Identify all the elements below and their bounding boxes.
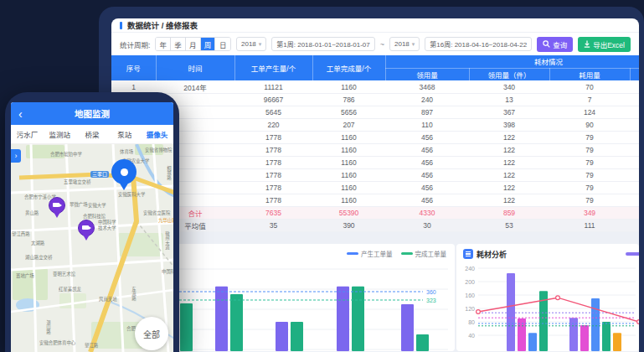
table-cell: 1 <box>111 80 156 93</box>
column-header: 序号 <box>111 55 156 80</box>
column-group-header: 耗材情况 <box>385 55 639 68</box>
period-option-月[interactable]: 月 <box>186 38 201 50</box>
table-row: 10177811604561227967 <box>111 194 639 206</box>
table-cell: 79 <box>549 156 630 168</box>
download-icon <box>584 40 590 48</box>
table-cell: 122 <box>469 156 549 168</box>
table-cell: 340 <box>469 80 549 93</box>
camera-pin[interactable] <box>78 220 95 242</box>
export-excel-button[interactable]: 导出Excel <box>578 37 631 52</box>
table-cell: 122 <box>469 168 549 181</box>
table-cell: 859 <box>469 206 549 219</box>
map-label: 亚明艺术馆 <box>53 272 75 277</box>
table-cell: 1778 <box>234 194 312 206</box>
map-label: 体育场 <box>120 149 133 154</box>
table-cell: 1778 <box>234 131 312 143</box>
phone-tab-桥梁[interactable]: 桥梁 <box>76 129 109 139</box>
table-cell: 456 <box>385 156 469 168</box>
consumable-chart-card: 耗材分析 2402001601208040 <box>456 244 639 351</box>
breadcrumb-accent-bar <box>120 22 122 29</box>
table-cell: 122 <box>469 143 549 156</box>
phone-tab-监测站[interactable]: 监测站 <box>44 129 76 139</box>
map-view[interactable]: 合肥市琥珀中学体育场安徽农业大学安徽省博物院桐城路五里墩立交桥合肥市宁溪小学翠微… <box>11 144 173 352</box>
period-option-年[interactable]: 年 <box>156 38 171 50</box>
table-cell: 79 <box>549 181 630 194</box>
svg-text:160: 160 <box>465 292 475 298</box>
table-row: 8177811604561227967 <box>111 168 639 181</box>
column-header: 时间 <box>156 55 234 80</box>
table-cell: 67 <box>630 194 639 206</box>
phone-tab-摄像头[interactable]: 摄像头 <box>141 129 173 139</box>
svg-text:80: 80 <box>468 318 475 324</box>
column-subheader: 领用量（件） <box>469 68 549 80</box>
table-cell: 19 <box>630 118 639 131</box>
svg-text:240: 240 <box>465 265 475 271</box>
svg-text:323: 323 <box>426 297 436 303</box>
query-button[interactable]: 查询 <box>537 37 573 52</box>
table-cell: 1160 <box>312 194 385 206</box>
table-cell: 96667 <box>234 93 312 106</box>
table-cell: 5645 <box>234 106 312 118</box>
back-icon[interactable]: ‹ <box>18 108 23 120</box>
legend-item[interactable]: 产生工单量 <box>347 249 393 258</box>
table-cell: 124 <box>549 106 630 118</box>
phone-tab-污水厂[interactable]: 污水厂 <box>11 129 44 139</box>
table-cell: 390 <box>312 219 385 231</box>
period-option-周[interactable]: 周 <box>201 38 216 50</box>
map-label: 五里墩立交桥 <box>64 179 90 184</box>
table-row: 12014年1112111603468340702501 <box>111 80 639 93</box>
table-cell: 3468 <box>385 80 469 93</box>
column-header: 工单完成量/个 <box>312 55 385 80</box>
period-segmented-control[interactable]: 年季月周日 <box>155 37 231 51</box>
map-label: 安徽省立医院 <box>143 210 170 215</box>
start-year-select[interactable]: 2018▾ <box>236 37 266 51</box>
map-label: 安徽大学 <box>88 203 106 208</box>
table-cell: 1778 <box>234 168 312 181</box>
map-label: 技术大学 <box>98 225 116 230</box>
table-cell: 5656 <box>312 106 385 118</box>
phone-tab-bar: 污水厂监测站桥梁泵站摄像头 <box>11 125 173 144</box>
selected-location-pin[interactable] <box>111 159 137 193</box>
map-label: 九华山路 <box>158 218 173 223</box>
phone-tab-泵站[interactable]: 泵站 <box>108 129 141 139</box>
table-cell: 122 <box>469 181 549 194</box>
table-cell: 332 <box>630 206 639 219</box>
table-cell: 456 <box>385 194 469 206</box>
map-label: 望江西路 <box>12 231 30 236</box>
chart-title: 耗材分析 <box>477 249 507 260</box>
map-label: 翠微广场 <box>70 202 88 207</box>
column-subheader: 耗用量 <box>549 68 630 80</box>
table-cell: 1160 <box>312 143 385 156</box>
end-week-input[interactable]: 第16周: 2018-04-16~2018-04-22 <box>425 37 532 51</box>
map-label: 置地广场 <box>16 273 34 278</box>
table-cell: 67 <box>630 131 639 143</box>
table-cell: 1160 <box>312 131 385 143</box>
table-cell: 125 <box>630 106 639 118</box>
table-row: 296667786240137690 <box>111 93 639 106</box>
table-cell: 207 <box>312 118 385 131</box>
table-cell: 1160 <box>312 181 385 194</box>
table-cell: 70 <box>549 80 630 93</box>
table-cell: 79 <box>549 131 630 143</box>
table-cell: 35 <box>234 219 312 231</box>
table-cell: 1778 <box>234 143 312 156</box>
table-cell: 122 <box>469 131 549 143</box>
period-option-季[interactable]: 季 <box>171 38 186 50</box>
report-table: 序号时间工单产生量/个工单完成量/个耗材情况领用量领用量（件）耗用量余量1201… <box>111 55 639 232</box>
map-label: 太湖路 <box>31 241 44 246</box>
map-label: 安徽省博物院 <box>145 148 172 153</box>
camera-pin[interactable] <box>49 197 65 220</box>
breadcrumb: 数据统计 / 维修报表 <box>111 18 639 33</box>
table-row: 7177811604561227967 <box>111 156 639 168</box>
column-subheader: 领用量 <box>385 68 469 80</box>
chart-legend-dash <box>626 252 639 256</box>
table-cell: 398 <box>469 118 549 131</box>
period-option-日[interactable]: 日 <box>215 38 230 50</box>
end-year-select[interactable]: 2018▾ <box>389 37 420 51</box>
legend-item[interactable]: 完成工单量 <box>401 249 447 258</box>
map-expand-button[interactable]: › <box>11 149 21 163</box>
map-label: 中国科学 <box>98 220 116 225</box>
table-cell: 2501 <box>630 80 639 93</box>
start-week-input[interactable]: 第1周: 2018-01-01~2018-01-07 <box>271 37 374 51</box>
show-all-button[interactable]: 全部 <box>135 317 168 350</box>
